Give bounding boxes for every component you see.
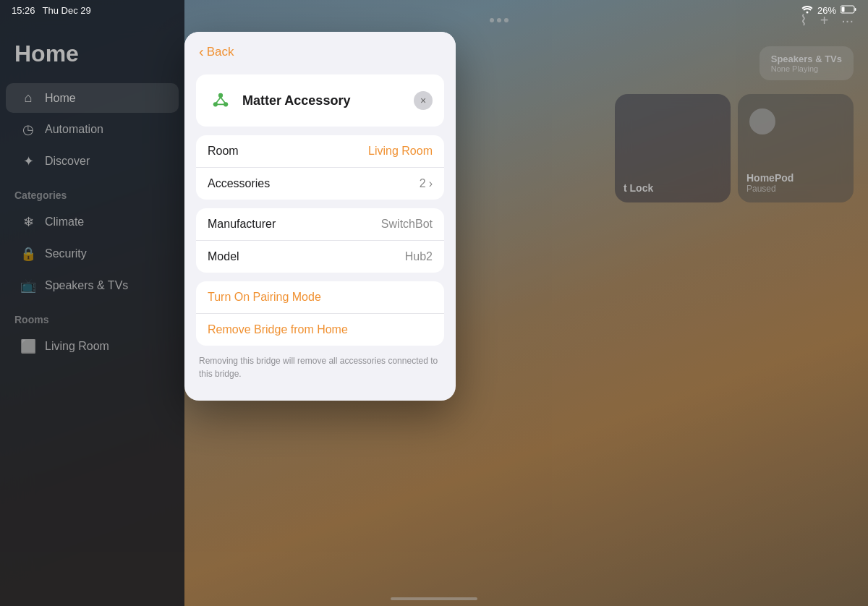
- model-label: Model: [208, 250, 239, 263]
- room-value: Living Room: [368, 145, 433, 158]
- accessories-count: 2: [420, 177, 426, 190]
- pairing-mode-button[interactable]: Turn On Pairing Mode: [196, 281, 444, 314]
- accessories-chevron-icon: ›: [429, 177, 433, 190]
- accessories-label: Accessories: [208, 177, 270, 190]
- back-chevron-icon: ‹: [199, 43, 204, 60]
- svg-point-0: [806, 11, 808, 13]
- battery-level: 26%: [817, 5, 836, 16]
- modal: ‹ Back Matter Accessory ×: [184, 32, 456, 401]
- svg-rect-2: [855, 8, 856, 11]
- model-value: Hub2: [405, 250, 433, 263]
- svg-rect-3: [842, 7, 845, 12]
- room-label: Room: [208, 145, 239, 158]
- svg-line-8: [221, 98, 225, 103]
- manufacturer-row: Manufacturer SwitchBot: [196, 208, 444, 241]
- back-label: Back: [207, 45, 234, 59]
- accessory-name: Matter Accessory: [242, 93, 350, 108]
- note-text: Removing this bridge will remove all acc…: [196, 354, 444, 380]
- accessory-icon-area: Matter Accessory: [208, 88, 350, 114]
- battery-icon: [841, 5, 856, 16]
- back-button[interactable]: ‹ Back: [199, 43, 234, 60]
- modal-header: ‹ Back: [184, 32, 456, 69]
- accessory-header-card: Matter Accessory ×: [196, 74, 444, 127]
- close-icon: ×: [420, 95, 426, 106]
- status-date: Thu Dec 29: [43, 5, 91, 16]
- accessories-value: 2 ›: [420, 177, 433, 190]
- model-row: Model Hub2: [196, 241, 444, 273]
- svg-point-4: [218, 93, 223, 98]
- room-row[interactable]: Room Living Room: [196, 135, 444, 168]
- remove-bridge-button[interactable]: Remove Bridge from Home: [196, 314, 444, 346]
- manufacturer-label: Manufacturer: [208, 218, 276, 231]
- info-card-1: Room Living Room Accessories 2 ›: [196, 135, 444, 200]
- wifi-icon: [801, 5, 813, 16]
- svg-line-7: [216, 98, 221, 103]
- manufacturer-value: SwitchBot: [381, 218, 433, 231]
- status-time: 15:26: [12, 5, 35, 16]
- close-button[interactable]: ×: [414, 91, 433, 110]
- action-card: Turn On Pairing Mode Remove Bridge from …: [196, 281, 444, 346]
- status-bar: 15:26 Thu Dec 29 26%: [0, 0, 868, 20]
- info-card-2: Manufacturer SwitchBot Model Hub2: [196, 208, 444, 273]
- accessories-row[interactable]: Accessories 2 ›: [196, 168, 444, 200]
- matter-icon: [208, 88, 234, 114]
